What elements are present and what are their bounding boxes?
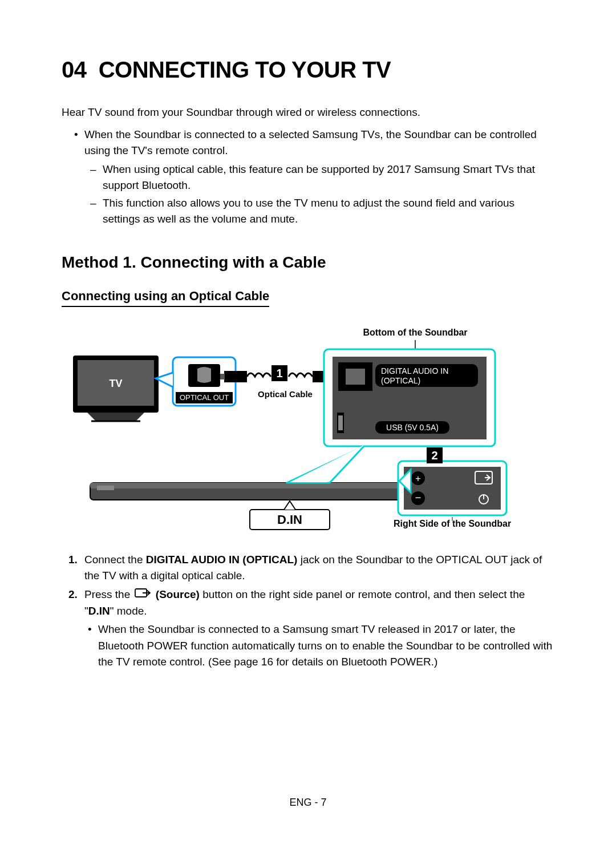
- svg-rect-18: [338, 415, 343, 430]
- step1-text-a: Connect the: [84, 554, 146, 566]
- intro-bullets: When the Soundbar is connected to a sele…: [62, 127, 554, 228]
- cable-label: Optical Cable: [258, 389, 313, 399]
- step-2: Press the (Source) button on the right s…: [84, 587, 554, 671]
- din-label: D.IN: [277, 512, 302, 527]
- list-item: When using optical cable, this feature c…: [103, 161, 554, 194]
- digital-in-label-2: (OPTICAL): [381, 376, 420, 385]
- svg-rect-22: [97, 486, 114, 490]
- svg-rect-21: [90, 483, 410, 488]
- dash-list: When using optical cable, this feature c…: [84, 161, 554, 228]
- digital-in-label-1: DIGITAL AUDIO IN: [381, 366, 448, 375]
- callout-2: 2: [431, 449, 437, 462]
- usb-label: USB (5V 0.5A): [386, 423, 439, 432]
- method-heading: Method 1. Connecting with a Cable: [62, 253, 554, 272]
- list-item: When the Soundbar is connected to a Sams…: [98, 621, 554, 671]
- tv-icon: TV: [73, 356, 159, 421]
- intro-text: Hear TV sound from your Soundbar through…: [62, 104, 554, 121]
- instruction-steps: Connect the DIGITAL AUDIO IN (OPTICAL) j…: [62, 552, 554, 671]
- diagram-top-label: Bottom of the Soundbar: [363, 328, 467, 337]
- callout-1: 1: [276, 367, 282, 379]
- soundbar-icon: [90, 483, 410, 500]
- page-footer: ENG - 7: [0, 797, 616, 809]
- soundbar-right-panel: + −: [387, 461, 506, 515]
- optical-out-label: OPTICAL OUT: [180, 393, 229, 402]
- soundbar-bottom-panel: DIGITAL AUDIO IN (OPTICAL) USB (5V 0.5A): [324, 349, 495, 446]
- step-1: Connect the DIGITAL AUDIO IN (OPTICAL) j…: [84, 552, 554, 584]
- svg-rect-8: [220, 374, 225, 379]
- source-icon: [135, 587, 152, 603]
- sub-heading: Connecting using an Optical Cable: [62, 289, 269, 307]
- connection-diagram: Bottom of the Soundbar TV: [62, 324, 554, 535]
- step1-bold: DIGITAL AUDIO IN (OPTICAL): [146, 554, 298, 566]
- step2-text-e: " mode.: [110, 605, 147, 617]
- din-display: D.IN: [250, 501, 330, 530]
- minus-icon: −: [415, 492, 422, 503]
- list-item: This function also allows you to use the…: [103, 195, 554, 228]
- section-title-text: CONNECTING TO YOUR TV: [99, 57, 391, 82]
- step2-bold-source: (Source): [156, 588, 200, 600]
- tv-label: TV: [109, 378, 122, 389]
- list-item: When the Soundbar is connected to a sele…: [84, 127, 554, 228]
- step2-bold-din: D.IN: [88, 605, 110, 617]
- optical-cable-icon: 1 Optical Cable: [220, 365, 339, 399]
- step2-text-a: Press the: [84, 588, 133, 600]
- step2-sublist: When the Soundbar is connected to a Sams…: [84, 621, 554, 671]
- section-heading: 04 CONNECTING TO YOUR TV: [62, 57, 554, 83]
- section-number: 04: [62, 57, 87, 82]
- bullet-main-text: When the Soundbar is connected to a sele…: [84, 128, 537, 157]
- plus-icon: +: [415, 474, 420, 483]
- optical-out-callout: OPTICAL OUT: [156, 357, 236, 406]
- svg-rect-7: [224, 371, 247, 382]
- svg-rect-15: [346, 369, 365, 385]
